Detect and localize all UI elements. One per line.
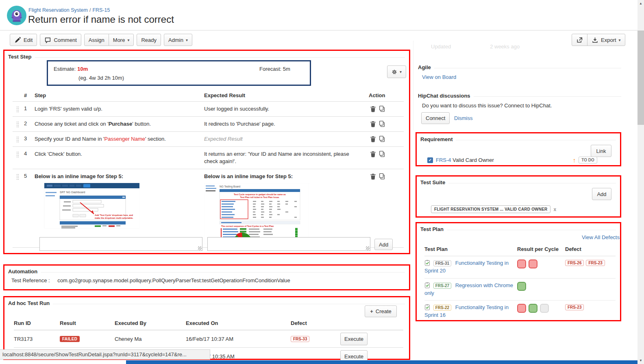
page-title: Return error if name is not correct — [28, 14, 174, 25]
add-step-button[interactable]: Add — [374, 239, 393, 250]
cycle-result-fail-square[interactable] — [529, 259, 537, 268]
drag-handle-icon[interactable] — [16, 174, 19, 180]
comment-button[interactable]: Comment — [40, 34, 81, 46]
taskbar-edge — [126, 360, 637, 364]
drag-handle-icon[interactable] — [16, 121, 19, 128]
step-text-bold: Purchase — [109, 121, 133, 127]
run-id[interactable]: TR3173 — [14, 336, 60, 342]
delete-icon[interactable] — [370, 105, 376, 112]
step-text[interactable]: Login 'FRS' system valid u/p. — [35, 105, 204, 113]
view-on-board-link[interactable]: View on Board — [422, 74, 456, 80]
estimate-value: 10m — [77, 66, 88, 72]
result-per-cycle[interactable] — [517, 259, 565, 270]
delete-icon[interactable] — [370, 120, 376, 127]
remove-chip-icon[interactable]: x — [553, 207, 556, 212]
test-reference-label: Test Reference : — [11, 277, 50, 283]
export-dropdown-button[interactable]: Export▾ — [587, 34, 625, 46]
connect-label: Connect — [426, 115, 445, 121]
test-suite-add-button[interactable]: Add — [592, 188, 611, 200]
checkbox-checked-icon[interactable]: ✓ — [427, 157, 433, 163]
hipchat-connect-button[interactable]: Connect — [421, 112, 450, 124]
comment-bubble-icon — [44, 37, 51, 44]
new-expected-input[interactable] — [208, 238, 370, 251]
create-test-run-button[interactable]: + Create — [365, 305, 397, 317]
drag-handle-icon[interactable] — [16, 106, 19, 113]
project-avatar — [7, 6, 26, 25]
executed-by: Cheney Ma — [115, 336, 186, 342]
copy-icon[interactable] — [379, 105, 385, 112]
view-all-defects-link[interactable]: View All Defects — [582, 234, 620, 240]
step-settings-dropdown-button[interactable]: ▾ — [387, 65, 406, 78]
svg-text:Test Cycle sequence in gadget: Test Cycle sequence in gadget should be … — [234, 193, 286, 196]
cycle-result-fail-square[interactable] — [517, 304, 526, 313]
test-plan-clipboard-icon — [424, 282, 430, 288]
step-text[interactable]: Choose any ticket and click on 'Purchase… — [35, 120, 204, 128]
delete-icon[interactable] — [370, 173, 376, 180]
admin-dropdown-button[interactable]: Admin▾ — [164, 34, 192, 46]
cycle-result-none-square[interactable] — [540, 304, 549, 313]
breadcrumb-issue-link[interactable]: FRS-15 — [92, 7, 110, 13]
step-text[interactable]: Click 'Check' button. — [35, 150, 204, 158]
step-text[interactable]: Below is an inline image for Step 5: SRT… — [35, 173, 204, 229]
defect-list: FRS-23 — [565, 304, 616, 310]
svg-text:The correct sequence of Test C: The correct sequence of Test Cycles in a… — [221, 225, 274, 227]
test-plan-table-header: Test Plan Result per Cycle Defect — [424, 246, 616, 256]
expected-text[interactable]: Below is an inline image for Step 5: NG … — [204, 173, 369, 244]
page-scrollbar[interactable]: ▲ ▼ — [637, 0, 644, 364]
cycle-result-pass-square[interactable] — [517, 282, 526, 291]
result-per-cycle[interactable] — [517, 282, 565, 292]
execute-button[interactable]: Execute — [340, 333, 368, 345]
test-plan-clipboard-icon — [424, 259, 430, 266]
requirement-key-link[interactable]: FRS-4 — [436, 157, 451, 163]
updated-value: 2 weeks ago — [490, 44, 520, 50]
new-step-input[interactable] — [40, 238, 202, 251]
defect-badge[interactable]: FRS-33 — [291, 336, 309, 342]
status-badge: TO DO — [579, 157, 597, 163]
resize-grip-icon[interactable] — [198, 246, 202, 250]
cycle-result-fail-square[interactable] — [517, 259, 526, 268]
section-rule — [447, 230, 616, 230]
test-plan-section-header: Test Plan — [417, 223, 620, 232]
delete-icon[interactable] — [370, 135, 376, 142]
requirement-link-button[interactable]: Link — [591, 145, 611, 157]
scroll-up-arrow-icon[interactable]: ▲ — [637, 0, 644, 7]
defect-badge[interactable]: FRS-26 — [565, 260, 584, 266]
new-expected-input-wrap — [207, 237, 370, 251]
breadcrumb-project-link[interactable]: Flight Reservation System — [28, 7, 88, 13]
expected-placeholder[interactable]: Expected Result — [204, 135, 369, 143]
step-text[interactable]: Specify your ID and Name in 'Passenger N… — [35, 135, 204, 143]
col-defect: Defect — [291, 320, 340, 326]
scroll-down-arrow-icon[interactable]: ▼ — [637, 357, 644, 364]
more-dropdown-button[interactable]: More▾ — [109, 34, 134, 46]
drag-handle-icon[interactable] — [16, 136, 19, 143]
expected-text[interactable]: User logged in successfully. — [204, 105, 369, 113]
result-per-cycle[interactable] — [517, 304, 565, 314]
scrollbar-thumb[interactable] — [637, 31, 644, 125]
defect-badge[interactable]: FRS-23 — [586, 260, 605, 266]
hipchat-dismiss-link[interactable]: Dismiss — [454, 115, 473, 121]
edit-button[interactable]: Edit — [10, 34, 37, 46]
copy-icon[interactable] — [379, 150, 385, 157]
drag-handle-icon[interactable] — [16, 151, 19, 158]
ready-button[interactable]: Ready — [137, 34, 161, 46]
executed-on: 16/Feb/17 10:37 AM — [186, 336, 291, 342]
assign-button[interactable]: Assign — [84, 34, 109, 46]
delete-icon[interactable] — [370, 150, 376, 157]
copy-icon[interactable] — [379, 135, 385, 142]
adhoc-table-header: Run ID Result Executed By Executed On De… — [14, 318, 403, 330]
inline-image-step5-right: NG Testing Board Test Cycle sequence in … — [204, 183, 309, 244]
test-step-section-title: Test Step — [8, 54, 32, 60]
copy-icon[interactable] — [379, 173, 385, 180]
copy-icon[interactable] — [379, 120, 385, 127]
expected-text[interactable]: It redirects to 'Purchase' page. — [204, 120, 369, 128]
defect-badge[interactable]: FRS-23 — [565, 304, 584, 310]
inline-image-step5-left: SRT NG Dashboard Add 'Test Cycle' dropdo… — [35, 183, 139, 229]
estimate-row: Estimate:10m — [54, 66, 88, 72]
expected-text[interactable]: It returns an error: 'Your ID and Name a… — [204, 150, 369, 166]
cycle-result-pass-square[interactable] — [529, 304, 537, 313]
more-label: More — [113, 37, 125, 43]
test-reference-value: com.go2group.synapse.model.pollquery.Pol… — [57, 277, 290, 283]
share-button[interactable] — [572, 34, 587, 46]
resize-grip-icon[interactable] — [366, 246, 370, 250]
row-actions — [369, 173, 404, 180]
